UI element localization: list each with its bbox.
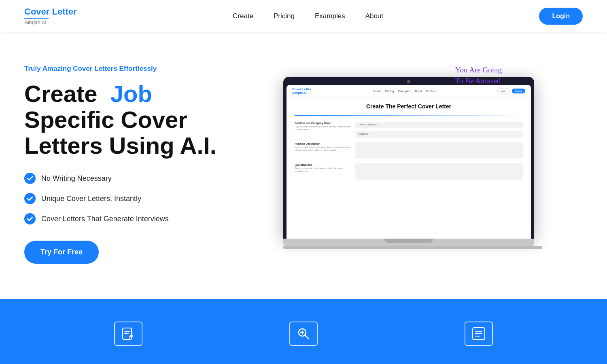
mini-textarea-desc: [355, 142, 523, 159]
blue-icon-wrap-2: [289, 322, 318, 346]
search-magnify-icon: [289, 322, 318, 346]
document-edit-icon: [114, 322, 142, 346]
mini-field-position-sub: Type or paste the entire title of the po…: [295, 125, 351, 131]
nav-link-pricing[interactable]: Pricing: [274, 12, 295, 20]
laptop-base: [283, 239, 534, 246]
laptop-stand: [283, 246, 542, 249]
blue-icon-wrap-1: [114, 322, 142, 346]
feature-label-3: Cover Letters That Generate Interviews: [41, 215, 169, 223]
mini-field-desc-sub: Type or paste the job description here. …: [295, 146, 351, 152]
mini-field-row-1: Position and Company Name Type or paste …: [295, 122, 523, 138]
mini-field-row-3: Qualifications Enter or paste the qualif…: [295, 163, 523, 180]
mini-link-about: About: [414, 90, 422, 93]
feature-label-2: Unique Cover Letters, Instantly: [41, 195, 141, 203]
mini-input-company: Rabbit Co.: [355, 131, 523, 138]
hero-title-job: Job: [110, 80, 152, 107]
feature-item-1: No Writing Necessary: [24, 173, 235, 184]
laptop-mockup: Cover LetterSimple.ai Create Pricing Exa…: [283, 77, 534, 249]
mini-field-row-2: Position Description Type or paste the j…: [295, 142, 523, 159]
mini-field-qual-label-area: Qualifications Enter or paste the qualif…: [295, 163, 351, 180]
mini-field-qual-sub: Enter or paste the qualifications, bulle…: [295, 167, 351, 173]
mini-divider: [295, 115, 523, 116]
hero-tagline: Truly Amazing Cover Letters Effortlessly: [24, 65, 235, 73]
mini-link-contact: Contact: [426, 90, 436, 93]
hero-title: Create Job Specific CoverLetters Using A…: [24, 81, 235, 158]
hero-title-create: Create: [24, 80, 110, 107]
list-check-icon: [465, 322, 493, 346]
mini-link-pricing: Pricing: [385, 90, 394, 93]
mini-body: Create The Perfect Cover Letter Position…: [287, 97, 531, 190]
hero-right: You Are GoingTo Be Amazed Cover LetterSi…: [235, 57, 583, 249]
logo-bottom-text: Simple.ai: [24, 19, 77, 25]
laptop-frame: Cover LetterSimple.ai Create Pricing Exa…: [283, 77, 534, 239]
feature-label-1: No Writing Necessary: [41, 174, 112, 183]
feature-item-3: Cover Letters That Generate Interviews: [24, 213, 235, 224]
nav-link-create[interactable]: Create: [233, 12, 253, 20]
mini-login-button[interactable]: Login: [497, 89, 510, 93]
laptop-base-wrap: [283, 239, 534, 246]
laptop-notch: [384, 239, 433, 243]
logo-top-text: Cover Letter: [24, 7, 77, 17]
mini-field-desc-label-area: Position Description Type or paste the j…: [295, 142, 351, 159]
mini-page-title: Create The Perfect Cover Letter: [295, 103, 523, 110]
mini-field-desc-label: Position Description: [295, 142, 351, 145]
navbar: Cover Letter Simple.ai Create Pricing Ex…: [0, 0, 607, 32]
mini-signup-button[interactable]: Signup: [512, 89, 525, 93]
blue-section: [0, 299, 607, 364]
logo[interactable]: Cover Letter Simple.ai: [24, 7, 77, 25]
features-list: No Writing Necessary Unique Cover Letter…: [24, 173, 235, 224]
mini-field-qual-input: [355, 163, 523, 180]
nav-link-examples[interactable]: Examples: [315, 12, 345, 20]
mini-input-position: Graphic Designer: [355, 122, 523, 128]
nav-links: Create Pricing Examples About: [233, 12, 383, 20]
mini-nav-links: Create Pricing Examples About Contact: [373, 90, 436, 93]
mini-navbar: Cover LetterSimple.ai Create Pricing Exa…: [287, 85, 531, 97]
hero-section: Truly Amazing Cover Letters Effortlessly…: [0, 32, 607, 299]
mini-link-examples: Examples: [398, 90, 411, 93]
hero-title-specific: Specific CoverLetters Using A.I.: [24, 106, 216, 159]
mini-textarea-qual: [355, 163, 523, 180]
mini-field-qual-label: Qualifications: [295, 163, 351, 166]
mini-nav-buttons: Login Signup: [497, 89, 525, 93]
check-icon-2: [24, 193, 36, 204]
check-icon-3: [24, 213, 36, 224]
mini-field-desc-input: [355, 142, 523, 159]
try-for-free-button[interactable]: Try For Free: [24, 241, 99, 264]
blue-icon-wrap-3: [465, 322, 493, 346]
login-button[interactable]: Login: [539, 8, 583, 25]
nav-link-about[interactable]: About: [365, 12, 383, 20]
svg-line-5: [305, 335, 309, 339]
mini-field-position-label: Position and Company Name: [295, 122, 351, 125]
feature-item-2: Unique Cover Letters, Instantly: [24, 193, 235, 204]
mini-field-position-label-area: Position and Company Name Type or paste …: [295, 122, 351, 138]
mini-logo: Cover LetterSimple.ai: [292, 87, 311, 95]
laptop-screen: Cover LetterSimple.ai Create Pricing Exa…: [287, 85, 531, 239]
mini-field-position-inputs: Graphic Designer Rabbit Co.: [355, 122, 523, 138]
hero-left: Truly Amazing Cover Letters Effortlessly…: [24, 57, 235, 264]
check-icon-1: [24, 173, 36, 184]
logo-divider: [24, 18, 49, 19]
svg-line-3: [129, 336, 130, 339]
mini-link-create: Create: [373, 90, 381, 93]
annotation-text: You Are GoingTo Be Amazed: [455, 65, 502, 86]
